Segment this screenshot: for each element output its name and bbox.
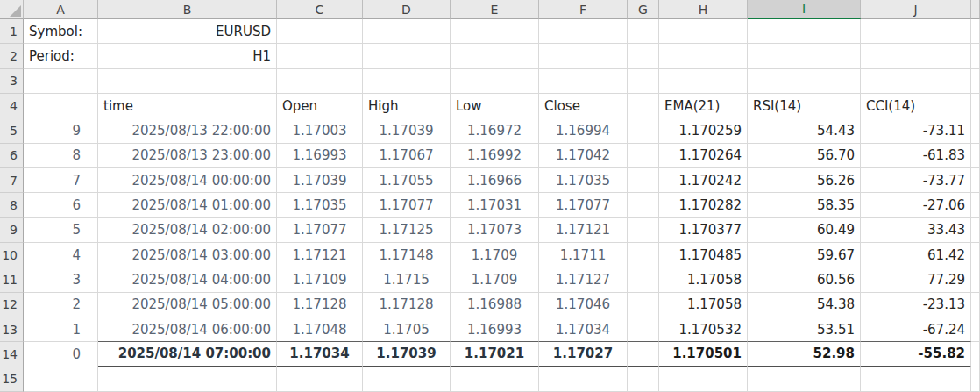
cell-G6[interactable] [628,144,659,168]
cell-D14[interactable]: 1.17039 [363,342,451,367]
cell-H9[interactable]: 1.170377 [659,218,748,243]
cell-E3[interactable] [451,69,539,94]
cell-E6[interactable]: 1.16992 [451,144,539,168]
cell-G5[interactable] [628,118,659,143]
cell-I11[interactable]: 60.56 [748,267,861,292]
column-header-B[interactable]: B [98,0,277,19]
cell-F14[interactable]: 1.17027 [539,342,628,367]
cell-B14[interactable]: 2025/08/14 07:00:00 [98,342,277,367]
cell-A9[interactable]: 5 [24,218,98,243]
cell-J14[interactable]: -55.82 [861,342,971,367]
column-header-G[interactable]: G [628,0,659,19]
cell-C13[interactable]: 1.17048 [277,317,363,342]
cell-F10[interactable]: 1.1711 [539,243,628,267]
cell-I5[interactable]: 54.43 [748,118,861,143]
cell-K13[interactable] [971,317,980,342]
cell-B13[interactable]: 2025/08/14 06:00:00 [98,317,277,342]
row-header-11[interactable]: 11 [0,267,24,292]
cell-B4[interactable]: time [98,94,277,118]
row-header-4[interactable]: 4 [0,94,24,118]
cell-A3[interactable] [24,69,98,94]
cell-E9[interactable]: 1.17073 [451,218,539,243]
cell-G4[interactable] [628,94,659,118]
cell-C2[interactable] [277,44,363,68]
cell-J2[interactable] [861,44,971,68]
cell-I13[interactable]: 53.51 [748,317,861,342]
cell-B15[interactable] [98,367,277,392]
cell-K6[interactable] [971,144,980,168]
row-header-15[interactable]: 15 [0,367,24,392]
cell-K14[interactable] [971,342,980,367]
cell-F9[interactable]: 1.17121 [539,218,628,243]
column-header-F[interactable]: F [539,0,628,19]
cell-G13[interactable] [628,317,659,342]
cell-I12[interactable]: 54.38 [748,293,861,317]
cell-D5[interactable]: 1.17039 [363,118,451,143]
cell-I2[interactable] [748,44,861,68]
select-all-corner[interactable] [0,0,24,19]
cell-G15[interactable] [628,367,659,392]
cell-D7[interactable]: 1.17055 [363,168,451,193]
row-header-9[interactable]: 9 [0,218,24,243]
cell-G8[interactable] [628,193,659,217]
cell-J8[interactable]: -27.06 [861,193,971,217]
cell-G12[interactable] [628,293,659,317]
cell-C1[interactable] [277,19,363,44]
cell-G10[interactable] [628,243,659,267]
cell-K15[interactable] [971,367,980,392]
cell-F5[interactable]: 1.16994 [539,118,628,143]
cell-E7[interactable]: 1.16966 [451,168,539,193]
cell-C11[interactable]: 1.17109 [277,267,363,292]
cell-D15[interactable] [363,367,451,392]
cell-H8[interactable]: 1.170282 [659,193,748,217]
cell-D11[interactable]: 1.1715 [363,267,451,292]
column-header-J[interactable]: J [861,0,971,19]
cell-F6[interactable]: 1.17042 [539,144,628,168]
cell-I8[interactable]: 58.35 [748,193,861,217]
cell-C10[interactable]: 1.17121 [277,243,363,267]
cell-K7[interactable] [971,168,980,193]
cell-C9[interactable]: 1.17077 [277,218,363,243]
cell-H11[interactable]: 1.17058 [659,267,748,292]
cell-A12[interactable]: 2 [24,293,98,317]
cell-B9[interactable]: 2025/08/14 02:00:00 [98,218,277,243]
cell-B12[interactable]: 2025/08/14 05:00:00 [98,293,277,317]
cell-H14[interactable]: 1.170501 [659,342,748,367]
cell-B5[interactable]: 2025/08/13 22:00:00 [98,118,277,143]
cell-C3[interactable] [277,69,363,94]
cell-J11[interactable]: 77.29 [861,267,971,292]
cell-H2[interactable] [659,44,748,68]
cell-H1[interactable] [659,19,748,44]
cell-G2[interactable] [628,44,659,68]
cell-A8[interactable]: 6 [24,193,98,217]
cell-H5[interactable]: 1.170259 [659,118,748,143]
row-header-6[interactable]: 6 [0,144,24,168]
cell-D6[interactable]: 1.17067 [363,144,451,168]
cell-J15[interactable] [861,367,971,392]
cell-D9[interactable]: 1.17125 [363,218,451,243]
cell-E13[interactable]: 1.16993 [451,317,539,342]
cell-E1[interactable] [451,19,539,44]
cell-F15[interactable] [539,367,628,392]
cell-F3[interactable] [539,69,628,94]
column-header-H[interactable]: H [659,0,748,19]
cell-G1[interactable] [628,19,659,44]
cell-H12[interactable]: 1.17058 [659,293,748,317]
cell-I10[interactable]: 59.67 [748,243,861,267]
cell-F1[interactable] [539,19,628,44]
row-header-7[interactable]: 7 [0,168,24,193]
cell-I4[interactable]: RSI(14) [748,94,861,118]
cell-I6[interactable]: 56.70 [748,144,861,168]
row-header-12[interactable]: 12 [0,293,24,317]
cell-J4[interactable]: CCI(14) [861,94,971,118]
cell-F4[interactable]: Close [539,94,628,118]
cell-K11[interactable] [971,267,980,292]
cell-A4[interactable] [24,94,98,118]
column-header-I[interactable]: I [748,0,861,19]
cell-D4[interactable]: High [363,94,451,118]
cell-G9[interactable] [628,218,659,243]
cell-F12[interactable]: 1.17046 [539,293,628,317]
cell-B8[interactable]: 2025/08/14 01:00:00 [98,193,277,217]
cell-F7[interactable]: 1.17035 [539,168,628,193]
cell-J6[interactable]: -61.83 [861,144,971,168]
